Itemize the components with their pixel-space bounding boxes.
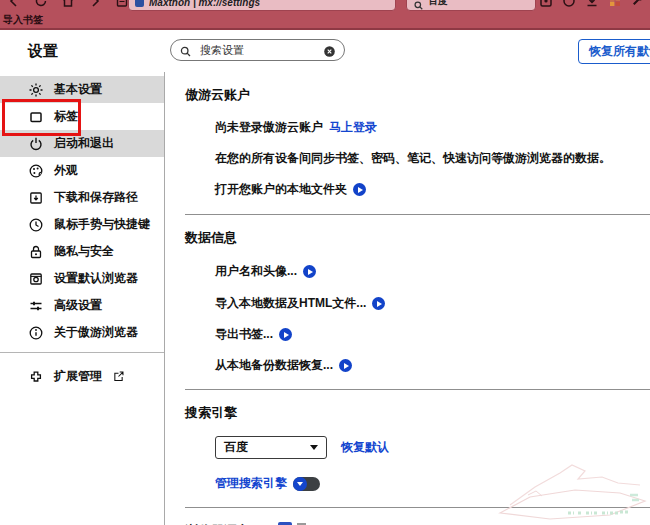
data-info-row[interactable]: 导入本地数据及HTML文件... bbox=[215, 295, 650, 312]
sidebar-item-label: 隐私与安全 bbox=[54, 243, 114, 260]
sidebar-item-default-browser[interactable]: 设置默认浏览器 bbox=[0, 265, 164, 292]
data-info-label: 用户名和头像... bbox=[215, 263, 297, 280]
section-title-search-engine: 搜索引擎 bbox=[185, 404, 650, 422]
data-info-label: 从本地备份数据恢复... bbox=[215, 357, 333, 374]
data-info-row[interactable]: 导出书签... bbox=[215, 326, 650, 343]
settings-header: 设置 恢复所有默认设置 bbox=[0, 30, 650, 72]
sidebar-item-label: 基本设置 bbox=[54, 81, 102, 98]
chevron-down-icon bbox=[310, 445, 318, 450]
info-icon bbox=[28, 325, 44, 341]
search-engine-row: 百度 恢复默认 bbox=[215, 436, 650, 459]
tab-icon bbox=[28, 109, 44, 125]
screenshot-icon[interactable] bbox=[538, 0, 554, 9]
site-favicon bbox=[135, 0, 144, 7]
sidebar-item-basic-settings[interactable]: 基本设置 bbox=[0, 76, 164, 103]
sync-description-text: 在您的所有设备间同步书签、密码、笔记、快速访问等傲游浏览器的数据。 bbox=[215, 150, 611, 167]
forward-icon[interactable] bbox=[87, 0, 103, 9]
sidebar-item-label: 扩展管理 bbox=[54, 368, 102, 385]
sidebar-item-label: 鼠标手势与快捷键 bbox=[54, 216, 150, 233]
puzzle-icon bbox=[28, 369, 44, 385]
data-info-label: 导出书签... bbox=[215, 326, 273, 343]
manage-search-engine-link[interactable]: 管理搜索引擎 bbox=[215, 475, 287, 492]
sidebar-item-advanced[interactable]: 高级设置 bbox=[0, 292, 164, 319]
lock-icon bbox=[28, 244, 44, 260]
incognito-icon[interactable] bbox=[561, 0, 577, 9]
import-bookmarks-label[interactable]: 导入书签 bbox=[3, 13, 43, 27]
sidebar-item-about[interactable]: 关于傲游浏览器 bbox=[0, 319, 164, 346]
back-icon[interactable] bbox=[6, 0, 22, 9]
section-divider bbox=[185, 389, 650, 390]
address-bar-url: Maxthon | mx://settings bbox=[149, 0, 260, 8]
section-title-cloud-account: 傲游云账户 bbox=[185, 86, 650, 104]
settings-search-input[interactable] bbox=[198, 43, 317, 57]
settings-search[interactable] bbox=[170, 39, 345, 61]
data-info-row[interactable]: 用户名和头像... bbox=[215, 263, 650, 280]
open-local-folder-row[interactable]: 打开您账户的本地文件夹 bbox=[215, 181, 650, 198]
chrome-nav-left bbox=[6, 0, 130, 9]
login-status-text: 尚未登录傲游云账户 bbox=[215, 119, 323, 136]
manage-search-engine-toggle[interactable] bbox=[293, 477, 320, 491]
chrome-search-value: 百度 bbox=[428, 0, 448, 8]
section-divider bbox=[185, 507, 650, 508]
login-now-link[interactable]: 马上登录 bbox=[329, 119, 377, 136]
sidebar-item-extensions[interactable]: 扩展管理 bbox=[0, 363, 164, 390]
open-local-folder-label: 打开您账户的本地文件夹 bbox=[215, 181, 347, 198]
sidebar-item-label: 下载和保存路径 bbox=[54, 189, 138, 206]
download-folder-icon bbox=[28, 190, 44, 206]
action-icon[interactable] bbox=[339, 359, 352, 372]
power-icon bbox=[28, 136, 44, 152]
sidebar-item-label: 高级设置 bbox=[54, 297, 102, 314]
search-engine-selected: 百度 bbox=[224, 439, 248, 456]
address-bar[interactable]: Maxthon | mx://settings bbox=[128, 0, 396, 11]
sidebar-item-label: 关于傲游浏览器 bbox=[54, 324, 138, 341]
clock-icon bbox=[28, 217, 44, 233]
sidebar-item-privacy-security[interactable]: 隐私与安全 bbox=[0, 238, 164, 265]
sidebar-item-label: 标签 bbox=[54, 108, 78, 125]
sidebar-item-gestures-shortcuts[interactable]: 鼠标手势与快捷键 bbox=[0, 211, 164, 238]
action-icon[interactable] bbox=[372, 297, 385, 310]
open-folder-action-icon[interactable] bbox=[353, 183, 366, 196]
action-icon[interactable] bbox=[303, 265, 316, 278]
data-info-row[interactable]: 从本地备份数据恢复... bbox=[215, 357, 650, 374]
sidebar-item-appearance[interactable]: 外观 bbox=[0, 157, 164, 184]
toggle-knob-chevron-icon bbox=[293, 477, 307, 491]
clear-search-icon[interactable] bbox=[323, 44, 336, 57]
sidebar-list: 基本设置 标签 启动和退出 外观 下载和保存路径 鼠标手势与快捷键 bbox=[0, 72, 164, 346]
chrome-nav-right bbox=[538, 0, 646, 9]
sidebar-divider bbox=[0, 352, 164, 353]
section-divider bbox=[185, 214, 650, 215]
restore-default-link[interactable]: 恢复默认 bbox=[341, 439, 389, 456]
sidebar-item-startup-exit[interactable]: 启动和退出 bbox=[0, 130, 164, 157]
sliders-icon bbox=[28, 298, 44, 314]
action-icon[interactable] bbox=[279, 328, 292, 341]
restore-defaults-button[interactable]: 恢复所有默认设置 bbox=[578, 39, 650, 64]
browser-window: Maxthon | mx://settings 百度 导入书签 设置 恢复所有默… bbox=[0, 0, 650, 525]
browser-chrome: Maxthon | mx://settings 百度 导入书签 bbox=[0, 0, 650, 30]
search-engine-select[interactable]: 百度 bbox=[215, 436, 327, 459]
sidebar-item-tabs[interactable]: 标签 bbox=[0, 103, 164, 130]
sidebar-item-label: 启动和退出 bbox=[54, 135, 114, 152]
settings-sidebar: 基本设置 标签 启动和退出 外观 下载和保存路径 鼠标手势与快捷键 bbox=[0, 72, 165, 525]
search-icon bbox=[179, 44, 192, 57]
tools-icon[interactable] bbox=[630, 0, 646, 9]
gear-icon bbox=[28, 82, 44, 98]
external-link-icon bbox=[112, 370, 125, 383]
settings-content: 傲游云账户 尚未登录傲游云账户 马上登录 在您的所有设备间同步书签、密码、笔记、… bbox=[165, 72, 650, 525]
page-title: 设置 bbox=[28, 42, 58, 61]
search-icon bbox=[413, 0, 424, 8]
sync-description-row: 在您的所有设备间同步书签、密码、笔记、快速访问等傲游浏览器的数据。 bbox=[215, 150, 650, 167]
palette-icon bbox=[28, 163, 44, 179]
browser-window-icon bbox=[28, 271, 44, 287]
downloads-icon[interactable] bbox=[584, 0, 600, 9]
sidebar-item-label: 外观 bbox=[54, 162, 78, 179]
sidebar-item-label: 设置默认浏览器 bbox=[54, 270, 138, 287]
manage-search-engine-row[interactable]: 管理搜索引擎 bbox=[215, 475, 650, 492]
data-info-label: 导入本地数据及HTML文件... bbox=[215, 295, 366, 312]
reload-icon[interactable] bbox=[33, 0, 49, 9]
login-status-row: 尚未登录傲游云账户 马上登录 bbox=[215, 119, 650, 136]
extensions-grid-icon[interactable] bbox=[607, 0, 623, 9]
chrome-search-box[interactable]: 百度 bbox=[406, 0, 536, 11]
section-title-data-info: 数据信息 bbox=[185, 229, 650, 247]
home-icon[interactable] bbox=[60, 0, 76, 9]
sidebar-item-downloads-path[interactable]: 下载和保存路径 bbox=[0, 184, 164, 211]
